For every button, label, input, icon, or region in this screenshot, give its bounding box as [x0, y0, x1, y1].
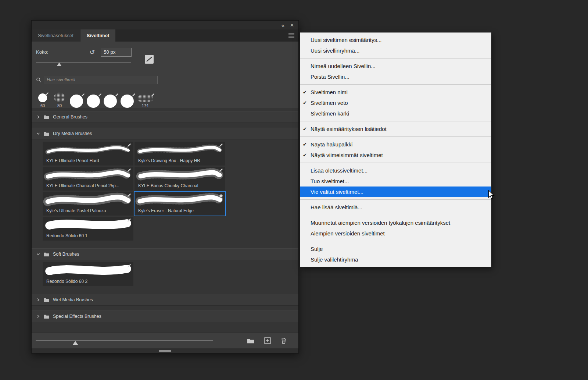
brush-group-header[interactable]: Soft Brushes — [32, 248, 298, 260]
menu-item[interactable]: Vie valitut siveltimet... — [300, 187, 491, 197]
brush-group: Soft BrushesRedondo Sólido 60 2 — [32, 248, 298, 289]
menu-item[interactable]: Poista Sivellin... — [300, 71, 491, 82]
pencil-badge-icon — [127, 193, 132, 198]
tab-brush-settings[interactable]: Sivellinasetukset — [32, 29, 80, 42]
menu-item-label: Vie valitut siveltimet... — [311, 189, 363, 195]
brush-stroke-preview — [43, 167, 133, 182]
menu-item[interactable]: ✔Näytä hakupalkki — [300, 139, 491, 150]
panel-tab-bar: Sivellinasetukset Siveltimet — [32, 29, 298, 42]
close-panel-icon[interactable]: ✕ — [290, 23, 294, 28]
group-label: Wet Media Brushes — [53, 297, 93, 302]
menu-item-label: Siveltimen nimi — [311, 89, 348, 95]
new-group-icon[interactable] — [247, 338, 254, 344]
recent-brush-size: 174 — [142, 104, 148, 108]
menu-item-label: Hae lisää siveltimiä... — [311, 204, 362, 210]
recent-brush-thumb — [137, 95, 153, 102]
recent-brush[interactable]: 80 — [53, 92, 66, 108]
size-slider[interactable] — [36, 57, 294, 68]
menu-item[interactable]: Sulje — [300, 244, 491, 254]
delete-brush-icon[interactable] — [281, 337, 287, 344]
folder-icon — [43, 314, 50, 319]
menu-item[interactable]: Muunnetut aiempien versioiden työkalujen… — [300, 217, 491, 228]
brush-group-header[interactable]: Wet Media Brushes — [32, 294, 298, 306]
menu-item[interactable]: Hae lisää siveltimiä... — [300, 202, 491, 213]
chevron-right-icon[interactable] — [36, 315, 40, 318]
menu-item-label: Aiempien versioiden siveltimet — [311, 230, 385, 237]
checkmark-slot — [303, 187, 309, 197]
menu-item-label: Poista Sivellin... — [311, 74, 349, 80]
recent-brush[interactable] — [70, 95, 83, 108]
search-input[interactable] — [44, 76, 158, 84]
chevron-down-icon[interactable] — [36, 252, 40, 256]
menu-item-label: Lisää oletussiveltimet... — [311, 167, 368, 174]
brush-group: Dry Media BrushesKYLE Ultimate Pencil Ha… — [32, 128, 298, 244]
folder-icon — [43, 298, 50, 302]
group-label: Dry Media Brushes — [53, 131, 92, 136]
pencil-badge-icon — [127, 263, 132, 268]
size-slider-thumb[interactable] — [57, 63, 61, 66]
menu-item[interactable]: ✔Näytä viimeisimmät siveltimet — [300, 150, 491, 160]
brush-item[interactable]: Redondo Sólido 60 2 — [43, 262, 133, 286]
menu-item[interactable]: Tuo siveltimet... — [300, 176, 491, 187]
pencil-badge-icon — [219, 143, 223, 148]
chevron-down-icon[interactable] — [36, 132, 40, 135]
brush-item[interactable]: KYLE Bonus Chunky Charcoal — [135, 167, 225, 191]
menu-item[interactable]: Lisää oletussiveltimet... — [300, 165, 491, 176]
menu-item[interactable]: Nimeä uudelleen Sivellin... — [300, 61, 491, 71]
search-box — [36, 75, 294, 84]
brush-item[interactable]: Redondo Sólido 60 1 — [43, 217, 133, 241]
menu-item[interactable]: Siveltimen kärki — [300, 108, 491, 119]
chevron-right-icon[interactable] — [36, 115, 40, 119]
search-icon — [36, 77, 42, 83]
brush-item[interactable]: Kyle's Drawing Box - Happy HB — [135, 142, 225, 166]
menu-item[interactable]: ✔Siveltimen nimi — [300, 87, 491, 97]
recent-brush[interactable] — [104, 95, 117, 108]
new-brush-icon[interactable] — [264, 337, 271, 344]
pencil-badge-icon — [151, 93, 155, 97]
menu-separator — [300, 84, 491, 85]
brush-name: Redondo Sólido 60 2 — [43, 278, 133, 286]
checkmark-slot — [303, 35, 309, 45]
menu-item[interactable]: Sulje välilehtiryhmä — [300, 254, 491, 265]
size-row: Koko: ↺ — [36, 47, 294, 57]
recent-brush[interactable]: 174 — [137, 95, 153, 108]
recent-brush[interactable]: 60 — [36, 93, 49, 108]
menu-item[interactable]: ✔Näytä esimäärityksen lisätiedot — [300, 124, 491, 134]
group-label: Soft Brushes — [53, 252, 79, 257]
menu-item[interactable]: Aiempien versioiden siveltimet — [300, 228, 491, 239]
panel-resize-grip[interactable] — [32, 348, 298, 353]
menu-item[interactable]: Uusi sivellinryhmä... — [300, 45, 491, 56]
panel-menu-icon[interactable] — [288, 33, 294, 38]
menu-item[interactable]: Uusi siveltimen esimääritys... — [300, 35, 491, 45]
recent-brush[interactable] — [87, 95, 100, 108]
recent-brush[interactable] — [121, 95, 134, 108]
size-label: Koko: — [36, 49, 48, 55]
brush-group-header[interactable]: General Brushes — [32, 111, 298, 123]
brush-name: Kyle's Ultimate Pastel Palooza — [43, 207, 133, 216]
thumbnail-slider-thumb[interactable] — [73, 341, 78, 345]
checkmark-icon: ✔ — [303, 97, 309, 108]
collapse-panel-icon[interactable]: « — [282, 22, 284, 28]
brushes-panel: « ✕ Sivellinasetukset Siveltimet Koko: ↺… — [31, 20, 299, 354]
brush-stroke-preview — [135, 192, 225, 207]
checkmark-slot — [303, 61, 309, 71]
chevron-right-icon[interactable] — [36, 298, 40, 302]
menu-item-label: Sulje — [311, 246, 323, 252]
brush-item[interactable]: Kyle's Ultimate Pastel Palooza — [43, 192, 133, 216]
menu-item[interactable]: ✔Siveltimen veto — [300, 97, 491, 108]
pencil-badge-icon — [45, 92, 49, 96]
reset-size-icon[interactable]: ↺ — [89, 49, 95, 56]
brush-group-header[interactable]: Special Effects Brushes — [32, 310, 298, 322]
brush-item[interactable]: KYLE Ultimate Charcoal Pencil 25p... — [43, 167, 133, 191]
checkmark-slot — [303, 244, 309, 254]
checkmark-slot — [303, 202, 309, 213]
menu-separator — [300, 58, 491, 58]
brush-item[interactable]: Kyle's Eraser - Natural Edge — [135, 192, 225, 216]
size-input[interactable] — [101, 48, 132, 57]
eraser-badge-icon — [219, 193, 223, 198]
tab-brushes[interactable]: Siveltimet — [80, 29, 115, 42]
brush-controls: Koko: ↺ 6080174 — [32, 42, 298, 108]
brush-item[interactable]: KYLE Ultimate Pencil Hard — [43, 142, 133, 166]
brush-group-header[interactable]: Dry Media Brushes — [32, 128, 298, 139]
recent-brush-thumb — [54, 92, 65, 102]
